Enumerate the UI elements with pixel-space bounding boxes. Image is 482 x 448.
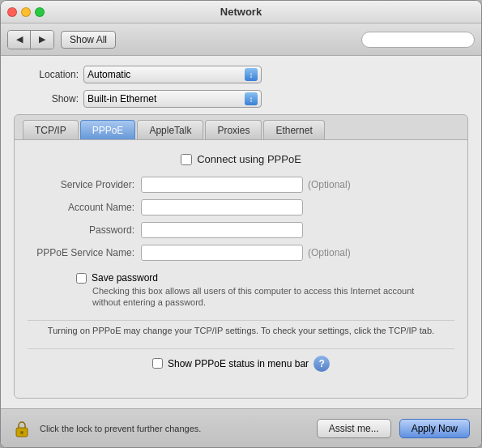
assist-me-button[interactable]: Assist me... (317, 419, 391, 438)
show-dropdown-arrow: ↕ (245, 92, 258, 105)
lock-text: Click the lock to prevent further change… (40, 424, 309, 433)
show-dropdown[interactable]: Built-in Ethernet ↕ (83, 90, 262, 108)
close-button[interactable] (7, 7, 17, 17)
tab-proxies[interactable]: Proxies (205, 120, 262, 139)
account-name-input[interactable] (141, 199, 303, 215)
location-label: Location: (14, 69, 79, 80)
tabs-bar: TCP/IP PPPoE AppleTalk Proxies Ethernet (15, 115, 467, 139)
connect-pppoe-checkbox[interactable] (181, 154, 192, 165)
account-name-row: Account Name: (28, 199, 454, 215)
nav-buttons: ◀ ▶ (7, 30, 54, 49)
pppoe-service-name-label: PPPoE Service Name: (28, 247, 141, 258)
show-pppoe-status-label: Show PPPoE status in menu bar (168, 358, 309, 369)
location-dropdown-arrow: ↕ (245, 68, 258, 81)
show-row: Show: Built-in Ethernet ↕ (14, 90, 468, 108)
service-provider-hint: (Optional) (308, 179, 351, 190)
pppoe-service-name-input[interactable] (141, 245, 303, 261)
pppoe-service-name-row: PPPoE Service Name: (Optional) (28, 245, 454, 261)
pppoe-status-row: Show PPPoE status in menu bar ? (28, 348, 454, 378)
account-name-label: Account Name: (28, 202, 141, 213)
panel-body: Connect using PPPoE Service Provider: (O… (15, 139, 467, 398)
save-password-label: Save password (92, 272, 158, 284)
tab-appletalk[interactable]: AppleTalk (137, 120, 203, 139)
forward-button[interactable]: ▶ (31, 31, 53, 49)
window-title: Network (220, 6, 262, 18)
network-window: Network ◀ ▶ Show All Location: Automatic… (0, 0, 482, 448)
save-password-description: Checking this box allows all users of th… (76, 285, 416, 309)
location-value: Automatic (87, 69, 130, 80)
service-provider-input[interactable] (141, 177, 303, 193)
content-area: Location: Automatic ↕ Show: Built-in Eth… (1, 56, 481, 408)
pppoe-service-name-hint: (Optional) (308, 247, 351, 258)
help-button[interactable]: ? (314, 356, 330, 372)
location-dropdown[interactable]: Automatic ↕ (83, 66, 262, 83)
password-input[interactable] (141, 222, 303, 238)
maximize-button[interactable] (35, 7, 45, 17)
info-text: Turning on PPPoE may change your TCP/IP … (28, 320, 454, 340)
show-pppoe-status-checkbox[interactable] (152, 358, 163, 369)
settings-panel: TCP/IP PPPoE AppleTalk Proxies Ethernet (14, 114, 468, 399)
connect-pppoe-label: Connect using PPPoE (197, 153, 301, 165)
tab-ethernet[interactable]: Ethernet (263, 120, 324, 139)
traffic-lights (7, 7, 45, 17)
save-password-checkbox[interactable] (76, 273, 87, 284)
connect-pppoe-row: Connect using PPPoE (28, 153, 454, 165)
show-all-button[interactable]: Show All (61, 31, 116, 49)
minimize-button[interactable] (21, 7, 31, 17)
service-provider-row: Service Provider: (Optional) (28, 177, 454, 193)
back-button[interactable]: ◀ (8, 31, 31, 49)
titlebar: Network (1, 1, 481, 23)
bottom-bar: Click the lock to prevent further change… (1, 408, 481, 447)
password-label: Password: (28, 224, 141, 236)
password-row: Password: (28, 222, 454, 238)
svg-point-1 (20, 431, 23, 434)
apply-now-button[interactable]: Apply Now (399, 419, 470, 438)
show-value: Built-in Ethernet (87, 93, 156, 105)
tab-tcpip[interactable]: TCP/IP (23, 120, 79, 139)
service-provider-label: Service Provider: (28, 179, 141, 190)
toolbar: ◀ ▶ Show All (1, 23, 481, 56)
location-row: Location: Automatic ↕ (14, 66, 468, 83)
save-password-section: Save password Checking this box allows a… (28, 272, 454, 309)
search-input[interactable] (361, 32, 475, 48)
lock-icon[interactable] (12, 419, 32, 438)
tab-pppoe[interactable]: PPPoE (80, 120, 136, 139)
show-label: Show: (14, 93, 79, 105)
form-section: Service Provider: (Optional) Account Nam… (28, 177, 454, 261)
save-password-row: Save password (76, 272, 454, 284)
